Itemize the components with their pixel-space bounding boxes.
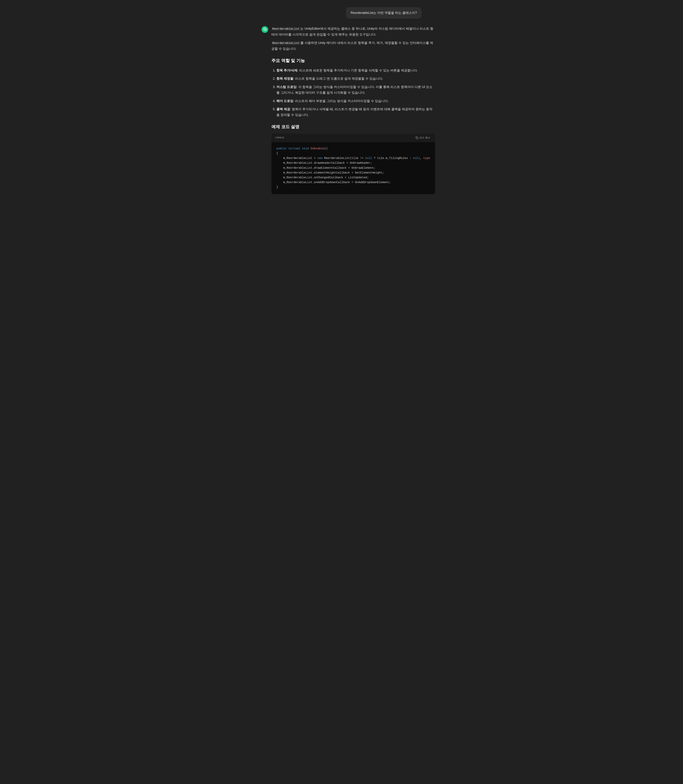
copy-button-label: 코드 복사 [419, 136, 430, 139]
chatgpt-logo-icon [263, 27, 267, 32]
section2-heading: 예제 코드 설명 [271, 123, 435, 131]
code-block-wrapper: csharp 코드 복사 public virtual void OnEnabl… [271, 134, 435, 194]
assistant-avatar [261, 26, 268, 33]
assistant-message-row: ReorderableList는 UnityEditor에서 제공하는 클래스 … [261, 26, 422, 197]
list-item-3-bold: 커스텀 드로잉 [276, 85, 297, 89]
list-item-2-bold: 항목 재정렬 [276, 77, 293, 80]
reorderable-list-code-1: ReorderableList [271, 27, 300, 31]
features-list: 항목 추가/삭제: 리스트에 새로운 항목을 추가하거나 기존 항목을 삭제할 … [271, 67, 435, 118]
list-item-4: 헤더 드로잉: 리스트의 헤더 부분을 그리는 방식을 커스터마이징할 수 있습… [276, 98, 435, 104]
copy-icon [415, 136, 418, 139]
page-container: ReorderableList는 어떤 역할을 하는 클래스지? Reorder… [256, 0, 427, 213]
assistant-content: ReorderableList는 UnityEditor에서 제공하는 클래스 … [271, 26, 435, 197]
list-item-1: 항목 추가/삭제: 리스트에 새로운 항목을 추가하거나 기존 항목을 삭제할 … [276, 67, 435, 73]
reorderable-list-code-2: ReorderableList [271, 41, 300, 45]
svg-rect-0 [417, 138, 418, 139]
list-item-5-bold: 콜백 제공 [276, 107, 290, 111]
user-bubble: ReorderableList는 어떤 역할을 하는 클래스지? [346, 7, 422, 19]
list-item-4-bold: 헤더 드로잉 [276, 99, 293, 103]
list-item-1-bold: 항목 추가/삭제 [276, 69, 297, 72]
section1-heading: 주요 역할 및 기능 [271, 57, 435, 64]
code-lang-label: csharp [275, 136, 284, 140]
intro-paragraph-2: ReorderableList를 사용하면 Unity 에디터 내에서 리스트 … [271, 40, 435, 52]
intro-paragraph-1: ReorderableList는 UnityEditor에서 제공하는 클래스 … [271, 26, 435, 37]
user-message-row: ReorderableList는 어떤 역할을 하는 클래스지? [261, 7, 422, 19]
list-item-3: 커스텀 드로잉: 각 항목을 그리는 방식을 커스터마이징할 수 있습니다. 이… [276, 84, 435, 96]
code-block-body: public virtual void OnEnable() { m_Reord… [271, 142, 435, 194]
list-item-2: 항목 재정렬: 리스트 항목을 드래그 앤 드롭으로 쉽게 재정렬할 수 있습니… [276, 76, 435, 82]
code-block-header: csharp 코드 복사 [271, 134, 435, 142]
code-content: public virtual void OnEnable() { m_Reord… [276, 146, 430, 190]
user-message-text: ReorderableList는 어떤 역할을 하는 클래스지? [351, 11, 417, 14]
list-item-5: 콜백 제공: 항목이 추가되거나 삭제될 때, 리스트가 변경될 때 등의 이벤… [276, 106, 435, 118]
copy-code-button[interactable]: 코드 복사 [414, 136, 431, 140]
